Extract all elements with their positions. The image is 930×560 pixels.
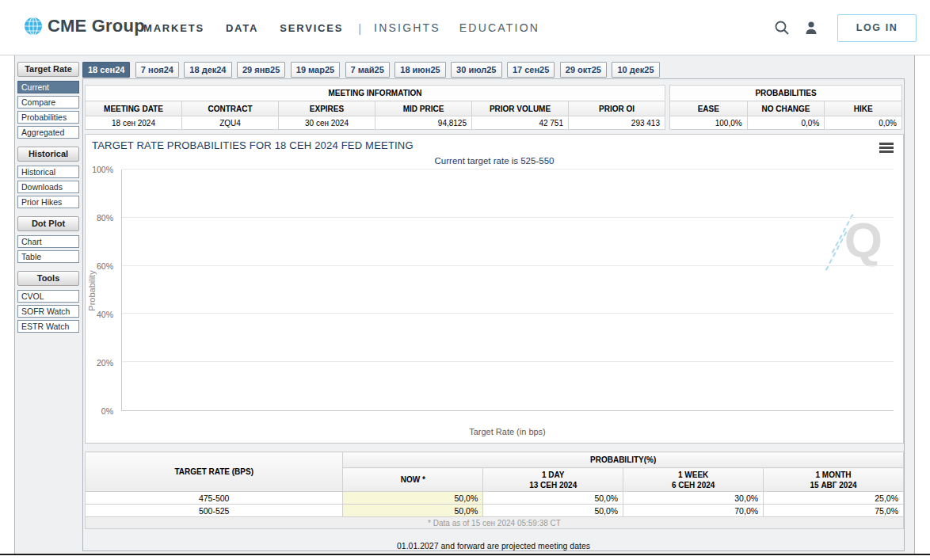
- rate-cell: 475-500: [86, 492, 343, 505]
- primary-nav: MARKETS DATA SERVICES | INSIGHTS EDUCATI…: [143, 0, 558, 55]
- sidebar-item-historical[interactable]: Historical: [17, 166, 79, 178]
- sidebar-item-probabilities[interactable]: Probabilities: [17, 111, 79, 124]
- data-as-of-footnote: * Data as of 15 сен 2024 05:59:38 CT: [86, 517, 904, 529]
- sidebar-item-compare[interactable]: Compare: [17, 96, 79, 109]
- sidebar-item-sofr-watch[interactable]: SOFR Watch: [17, 305, 79, 318]
- plot-area: Q: [121, 170, 894, 411]
- user-icon[interactable]: [803, 20, 819, 36]
- rate-cell: 500-525: [86, 505, 343, 517]
- tab-meeting-date[interactable]: 10 дек25: [612, 62, 659, 78]
- tab-meeting-date[interactable]: 7 май25: [345, 62, 390, 78]
- week-cell: 30,0%: [623, 492, 764, 505]
- col-meeting-date: MEETING DATE: [86, 101, 182, 116]
- sidebar-item-prior-hikes[interactable]: Prior Hikes: [17, 196, 79, 208]
- page: CME Group MARKETS DATA SERVICES | INSIGH…: [0, 0, 930, 560]
- col-1-week: 1 WEEK6 СЕН 2024: [623, 468, 764, 492]
- search-icon[interactable]: [774, 20, 790, 36]
- h-gridline: [122, 361, 894, 362]
- nav-divider: |: [358, 21, 361, 35]
- meeting-date-tabs: 18 сен24 7 ноя24 18 дек24 29 янв25 19 ма…: [82, 62, 661, 78]
- fedwatch-workspace: Target Rate Current Compare Probabilitie…: [14, 55, 915, 554]
- sidebar-item-cvol[interactable]: CVOL: [17, 290, 79, 303]
- sidebar-item-estr-watch[interactable]: ESTR Watch: [17, 320, 79, 333]
- y-axis: 0%20%40%60%80%100%: [86, 170, 117, 411]
- table-row: 475-500 50,0% 50,0% 30,0% 25,0%: [86, 492, 904, 505]
- tab-meeting-date[interactable]: 18 сен24: [82, 62, 130, 78]
- tab-meeting-date[interactable]: 29 окт25: [560, 62, 607, 78]
- day-cell: 50,0%: [483, 492, 623, 505]
- chart-panel: TARGET RATE PROBABILITIES FOR 18 СЕН 202…: [85, 134, 904, 444]
- col-target-rate-bps: TARGET RATE (BPS): [86, 452, 343, 492]
- nav-insights[interactable]: INSIGHTS: [374, 21, 440, 34]
- top-nav-bar: CME Group MARKETS DATA SERVICES | INSIGH…: [0, 0, 930, 55]
- month-cell: 75,0%: [764, 505, 904, 517]
- col-ease: EASE: [670, 101, 748, 116]
- tab-meeting-date[interactable]: 19 мар25: [291, 62, 340, 78]
- sidebar-item-table[interactable]: Table: [17, 250, 79, 263]
- meeting-information-box: MEETING INFORMATION MEETING DATE CONTRAC…: [85, 85, 665, 130]
- tab-meeting-date[interactable]: 30 июл25: [451, 62, 501, 78]
- sidebar: Target Rate Current Compare Probabilitie…: [17, 62, 79, 335]
- probabilities-summary-box: PROBABILITIES EASE NO CHANGE HIKE 100,0%…: [669, 85, 902, 130]
- contract-value: ZQU4: [182, 116, 279, 130]
- cme-logo[interactable]: CME Group: [24, 16, 145, 36]
- probability-group-header: PROBABILITY(%): [343, 452, 904, 468]
- main-panel: MEETING INFORMATION MEETING DATE CONTRAC…: [82, 78, 905, 551]
- nav-education[interactable]: EDUCATION: [459, 21, 539, 34]
- prior-volume-value: 42 751: [472, 116, 569, 130]
- col-1-day: 1 DAY13 СЕН 2024: [483, 468, 623, 492]
- col-mid-price: MID PRICE: [375, 101, 472, 116]
- col-1-month: 1 MONTH15 АВГ 2024: [764, 468, 904, 492]
- col-prior-volume: PRIOR VOLUME: [472, 101, 569, 116]
- col-expires: EXPIRES: [279, 101, 375, 116]
- sidebar-section-dot-plot: Dot Plot: [17, 216, 79, 231]
- sidebar-section-target-rate: Target Rate: [17, 62, 79, 77]
- sidebar-section-historical: Historical: [17, 147, 79, 162]
- probability-table-box: TARGET RATE (BPS) PROBABILITY(%) NOW * 1…: [85, 451, 904, 529]
- col-prior-oi: PRIOR OI: [569, 101, 665, 116]
- month-cell: 25,0%: [764, 492, 904, 505]
- globe-icon: [24, 17, 43, 36]
- day-cell: 50,0%: [483, 505, 623, 517]
- now-cell: 50,0%: [343, 492, 483, 505]
- tab-meeting-date[interactable]: 29 янв25: [237, 62, 285, 78]
- table-row: 500-525 50,0% 50,0% 70,0% 75,0%: [86, 505, 904, 517]
- logo-text: CME Group: [48, 16, 145, 36]
- meeting-date-value: 18 сен 2024: [86, 116, 182, 130]
- quikstrike-watermark: Q: [827, 209, 882, 272]
- tab-meeting-date[interactable]: 18 дек24: [184, 62, 231, 78]
- login-button[interactable]: LOG IN: [837, 14, 917, 42]
- mid-price-value: 94,8125: [375, 116, 472, 130]
- ease-value: 100,0%: [670, 116, 748, 130]
- y-tick-label: 60%: [97, 261, 113, 271]
- nav-markets[interactable]: MARKETS: [143, 22, 204, 34]
- probabilities-title: PROBABILITIES: [670, 86, 902, 101]
- tab-meeting-date[interactable]: 17 сен25: [507, 62, 555, 78]
- y-tick-label: 100%: [92, 165, 113, 174]
- meeting-info-title: MEETING INFORMATION: [86, 86, 665, 101]
- h-gridline: [122, 169, 894, 170]
- expires-value: 30 сен 2024: [279, 116, 375, 130]
- bottom-divider: [0, 554, 930, 555]
- hike-value: 0,0%: [825, 116, 902, 130]
- y-tick-label: 80%: [97, 213, 113, 223]
- sidebar-item-downloads[interactable]: Downloads: [17, 181, 79, 193]
- sidebar-item-aggregated[interactable]: Aggregated: [17, 126, 79, 139]
- projected-meetings-note: 01.01.2027 and forward are projected mee…: [83, 541, 904, 550]
- prior-oi-value: 293 413: [569, 116, 665, 130]
- y-tick-label: 20%: [97, 358, 113, 368]
- y-tick-label: 0%: [101, 406, 113, 416]
- tab-meeting-date[interactable]: 7 ноя24: [135, 62, 179, 78]
- sidebar-section-tools: Tools: [17, 271, 79, 286]
- nav-data[interactable]: DATA: [226, 22, 258, 34]
- chart-menu-icon[interactable]: [879, 143, 894, 153]
- sidebar-item-chart[interactable]: Chart: [17, 235, 79, 248]
- chart-title: TARGET RATE PROBABILITIES FOR 18 СЕН 202…: [92, 139, 414, 151]
- col-no-change: NO CHANGE: [747, 101, 825, 116]
- col-contract: CONTRACT: [182, 101, 279, 116]
- header-right: LOG IN: [774, 0, 917, 55]
- x-axis-label: Target Rate (in bps): [121, 427, 894, 436]
- sidebar-item-current[interactable]: Current: [17, 81, 79, 93]
- tab-meeting-date[interactable]: 18 июн25: [394, 62, 445, 78]
- nav-services[interactable]: SERVICES: [280, 22, 343, 34]
